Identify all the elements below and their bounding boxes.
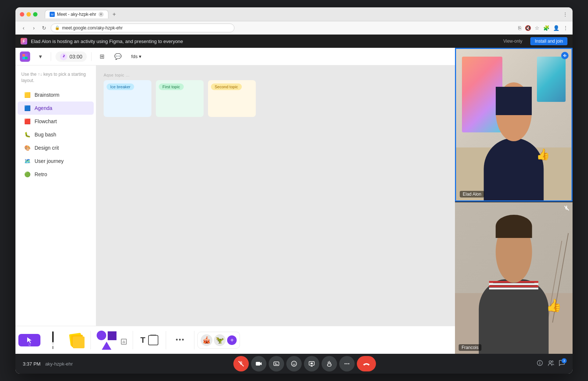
address-bar: ‹ › ↻ 🔒 meet.google.com/aky-hzpk-ehr ⎘ 🔇… [15,21,573,35]
tab-close-button[interactable]: ✕ [98,12,104,17]
new-tab-button[interactable]: + [110,10,119,19]
user-journey-label: User journey [35,158,64,164]
participant-name-francois: Francois [459,344,481,351]
agenda-icon: 🟦 [24,104,31,112]
svg-point-30 [348,363,349,364]
sidebar-item-user-journey[interactable]: 🗺️ User journey [18,154,94,168]
design-crit-label: Design crit [35,145,59,151]
refresh-button[interactable]: ↻ [40,24,48,32]
svg-rect-3 [25,57,28,59]
svg-point-23 [295,363,295,364]
mute-icon[interactable]: 🔇 [525,25,531,31]
user-journey-icon: 🗺️ [24,157,31,165]
minimize-window-button[interactable] [26,12,31,17]
svg-point-5 [63,56,64,57]
select-tool[interactable]: ☟ [18,334,40,346]
sidebar-item-design-crit[interactable]: 🎨 Design crit [18,141,94,154]
people-button[interactable] [548,360,554,368]
retro-icon: 🟢 [24,171,31,178]
svg-point-35 [552,361,553,362]
add-widget-button[interactable]: + [227,335,237,345]
os-window: M Meet - aky-hzpk-ehr ✕ + ⋮ ‹ › ↻ 🔒 meet… [15,7,573,374]
meet-controls: 3:37 PM aky-hzpk-ehr [15,354,573,374]
figma-banner: F Elad Alon is hosting an activity using… [15,35,573,48]
emoji-button[interactable] [286,356,302,371]
closed-captions-button[interactable] [269,356,284,371]
sidebar-item-agenda[interactable]: 🟦 Agenda [18,102,94,115]
svg-rect-11 [564,54,565,57]
comment-button[interactable]: 💬 [112,51,124,63]
toolbar-separator-1 [90,331,91,349]
svg-rect-0 [22,54,25,57]
sticky-note-tool[interactable] [65,330,87,350]
sidebar-item-bug-bash[interactable]: 🐛 Bug bash [18,128,94,141]
present-button[interactable] [304,356,319,371]
maximize-window-button[interactable] [33,12,37,17]
browser-tab[interactable]: M Meet - aky-hzpk-ehr ✕ [45,10,108,18]
retro-label: Retro [35,171,47,177]
svg-point-21 [291,361,297,366]
second-topic-column: Second topic [208,80,256,117]
end-call-button[interactable] [357,356,376,371]
svg-rect-6 [52,331,54,342]
view-only-button[interactable]: View-only [499,37,527,45]
left-sidebar: Use the ↑↓ keys to pick a starting layou… [15,65,96,326]
muted-indicator-francois [564,205,570,212]
microphone-button[interactable] [233,356,249,371]
more-options-button[interactable] [339,356,355,371]
text-tool[interactable]: T [136,333,163,348]
first-topic-label: First topic [159,83,184,90]
second-topic-label: Second topic [211,83,242,90]
svg-point-33 [539,361,540,362]
lock-icon: 🔒 [55,25,60,30]
hand-raise-button[interactable] [322,356,337,371]
brainstorm-icon: 🟨 [24,91,31,99]
video-tile-francois: 👍 Francois [455,202,573,354]
svg-rect-14 [566,206,567,209]
address-bar-right: ⎘ 🔇 ☆ 🧩 👤 ⋮ [518,25,568,31]
profile-icon[interactable]: 👤 [553,25,559,31]
first-topic-column: First topic [156,80,204,117]
chat-button[interactable]: 3 [559,360,565,368]
video-panel: 👍 Elad Alon [455,48,573,354]
meeting-time: 3:37 PM [23,361,40,367]
svg-point-22 [293,363,294,364]
info-button[interactable] [537,360,543,368]
flowchart-label: Flowchart [35,118,57,124]
forward-button[interactable]: › [30,24,37,32]
extensions-icon[interactable]: 🧩 [543,25,549,31]
grid-view-button[interactable]: ⊞ [96,51,108,63]
install-join-button[interactable]: Install and join [530,37,567,45]
menu-dropdown-button[interactable]: ▾ [35,51,46,63]
more-options-icon[interactable]: ⋮ [563,25,568,31]
ice-breaker-label: Ice breaker [107,83,134,90]
more-tools[interactable]: ••• [169,334,191,346]
widget-2[interactable]: 🦖 [214,334,226,346]
chrome-menu-button[interactable]: ⋮ [562,11,568,17]
svg-rect-1 [25,54,28,57]
ice-breaker-column: Ice breaker [104,80,151,117]
video-feed-elad: 👍 [456,49,571,200]
svg-rect-10 [563,55,564,56]
sidebar-item-brainstorm[interactable]: 🟨 Brainstorm [18,88,94,102]
draw-tool[interactable] [42,329,64,351]
participant-name-elad: Elad Alon [460,191,484,197]
close-window-button[interactable] [20,12,24,17]
toolbar-separator-2 [133,331,133,349]
sidebar-item-retro[interactable]: 🟢 Retro [18,168,94,181]
cast-icon[interactable]: ⎘ [518,25,521,31]
camera-button[interactable] [251,356,266,371]
file-name: fds ▾ [131,54,141,59]
timer-chip: 03:00 [55,51,87,62]
sidebar-item-flowchart[interactable]: 🟥 Flowchart [18,115,94,128]
shapes-tool[interactable] [94,328,130,352]
url-bar[interactable]: 🔒 meet.google.com/aky-hzpk-ehr [51,24,234,32]
tab-title: Meet - aky-hzpk-ehr [57,12,96,17]
bookmark-icon[interactable]: ☆ [535,25,539,31]
back-button[interactable]: ‹ [20,24,27,32]
widget-1[interactable]: 🎪 [201,334,212,346]
video-tile-elad: 👍 Elad Alon [455,48,573,202]
toolbar-separator-4 [194,331,194,349]
svg-rect-2 [22,57,25,59]
toolbar-separator [51,52,51,61]
